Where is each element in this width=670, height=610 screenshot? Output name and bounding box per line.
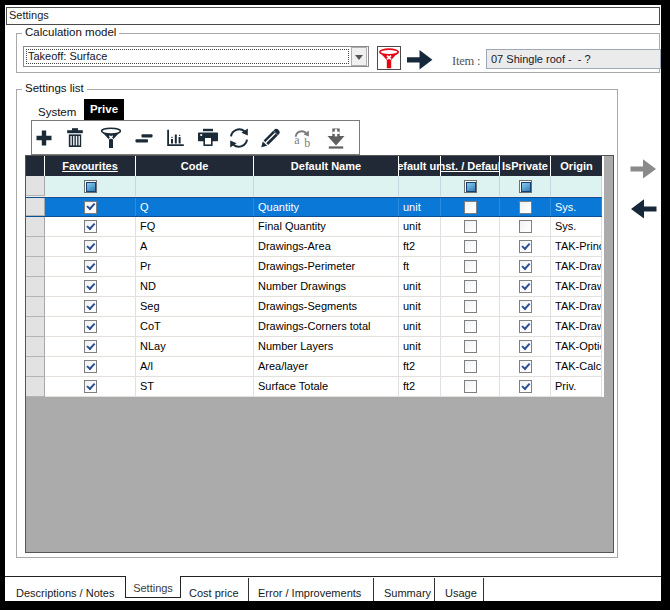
svg-text:a: a: [294, 133, 300, 147]
svg-text:b: b: [304, 136, 310, 150]
